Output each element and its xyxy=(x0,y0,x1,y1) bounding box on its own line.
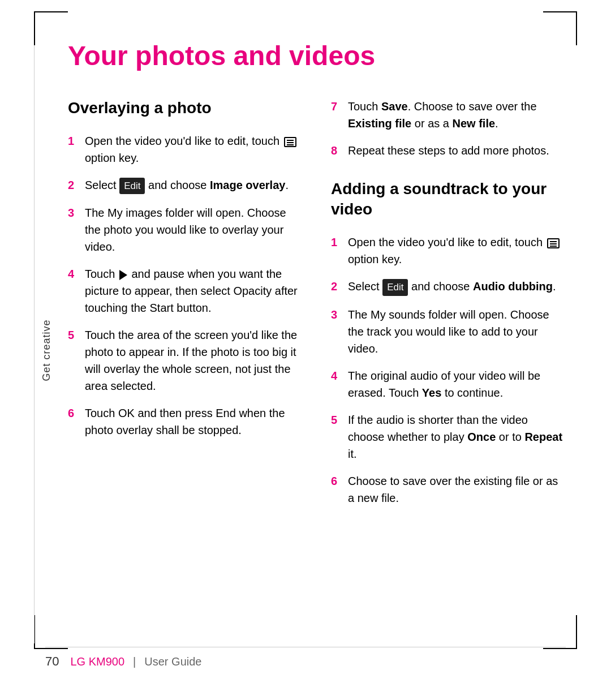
step-number: 5 xyxy=(68,327,79,394)
sidebar-label: Get creative xyxy=(41,319,53,381)
step-number: 1 xyxy=(68,132,79,166)
list-item: 2 Select Edit and choose Image overlay. xyxy=(68,177,303,195)
step-content: If the audio is shorter than the video c… xyxy=(348,411,566,462)
play-icon xyxy=(119,270,127,280)
step-content: Touch the area of the screen you'd like … xyxy=(85,327,303,394)
step-number: 3 xyxy=(68,204,79,255)
step-number: 2 xyxy=(331,278,342,296)
overlay-steps-list: 1 Open the video you'd like to edit, tou… xyxy=(68,132,303,439)
bold-label: Save xyxy=(381,100,408,113)
bold-label: Repeat xyxy=(524,431,562,443)
step-content: The original audio of your video will be… xyxy=(348,367,566,401)
step-number: 6 xyxy=(68,405,79,439)
bold-label: Audio dubbing xyxy=(473,280,553,293)
border-corner xyxy=(543,11,577,12)
menu-icon xyxy=(284,137,296,147)
step-content: Repeat these steps to add more photos. xyxy=(348,142,566,159)
list-item: 4 The original audio of your video will … xyxy=(331,367,566,401)
step-number: 7 xyxy=(331,98,342,132)
step-number: 1 xyxy=(331,234,342,268)
footer-separator: | xyxy=(133,655,136,668)
step-number: 4 xyxy=(331,367,342,401)
two-columns-layout: Overlaying a photo 1 Open the video you'… xyxy=(68,98,566,517)
menu-icon xyxy=(547,238,560,248)
step-content: Select Edit and choose Audio dubbing. xyxy=(348,278,566,296)
list-item: 6 Touch OK and then press End when the p… xyxy=(68,405,303,439)
main-content: Your photos and videos Overlaying a phot… xyxy=(68,34,566,517)
border-corner xyxy=(576,11,577,45)
overlay-continued-list: 7 Touch Save. Choose to save over the Ex… xyxy=(331,98,566,159)
column-right: 7 Touch Save. Choose to save over the Ex… xyxy=(331,98,566,517)
list-item: 8 Repeat these steps to add more photos. xyxy=(331,142,566,159)
list-item: 4 Touch and pause when you want the pict… xyxy=(68,265,303,316)
list-item: 3 The My images folder will open. Choose… xyxy=(68,204,303,255)
bold-label: New file xyxy=(453,117,496,130)
list-item: 5 If the audio is shorter than the video… xyxy=(331,411,566,462)
bold-label: Image overlay xyxy=(210,179,285,191)
bold-label: Once xyxy=(467,431,496,443)
step-content: Choose to save over the existing file or… xyxy=(348,473,566,506)
left-margin-line xyxy=(34,45,35,643)
list-item: 6 Choose to save over the existing file … xyxy=(331,473,566,506)
border-corner xyxy=(34,11,35,45)
list-item: 2 Select Edit and choose Audio dubbing. xyxy=(331,278,566,296)
section-heading-soundtrack: Adding a soundtrack to your video xyxy=(331,179,566,220)
step-content: The My sounds folder will open. Choose t… xyxy=(348,306,566,357)
list-item: 1 Open the video you'd like to edit, tou… xyxy=(68,132,303,166)
bold-label: Existing file xyxy=(348,117,411,130)
list-item: 3 The My sounds folder will open. Choose… xyxy=(331,306,566,357)
page-number: 70 xyxy=(45,654,59,669)
list-item: 7 Touch Save. Choose to save over the Ex… xyxy=(331,98,566,132)
step-number: 2 xyxy=(68,177,79,195)
step-content: The My images folder will open. Choose t… xyxy=(85,204,303,255)
step-number: 6 xyxy=(331,473,342,506)
column-left: Overlaying a photo 1 Open the video you'… xyxy=(68,98,303,517)
step-content: Select Edit and choose Image overlay. xyxy=(85,177,303,195)
footer-content: 70 LG KM900 | User Guide xyxy=(45,654,566,669)
step-number: 5 xyxy=(331,411,342,462)
step-number: 4 xyxy=(68,265,79,316)
list-item: 5 Touch the area of the screen you'd lik… xyxy=(68,327,303,394)
step-number: 8 xyxy=(331,142,342,159)
soundtrack-section: Adding a soundtrack to your video 1 Open… xyxy=(331,179,566,506)
edit-button-label: Edit xyxy=(119,178,145,195)
step-content: Touch OK and then press End when the pho… xyxy=(85,405,303,439)
border-corner xyxy=(34,11,68,12)
list-item: 1 Open the video you'd like to edit, tou… xyxy=(331,234,566,268)
edit-button-label: Edit xyxy=(382,279,408,296)
page: Get creative Your photos and videos Over… xyxy=(0,0,611,700)
step-content: Open the video you'd like to edit, touch… xyxy=(85,132,303,166)
footer-line xyxy=(45,647,566,647)
bold-label: Yes xyxy=(422,386,441,399)
section-heading-overlay: Overlaying a photo xyxy=(68,98,303,118)
footer-guide: User Guide xyxy=(144,655,201,668)
page-title: Your photos and videos xyxy=(68,40,566,72)
step-content: Touch Save. Choose to save over the Exis… xyxy=(348,98,566,132)
soundtrack-steps-list: 1 Open the video you'd like to edit, tou… xyxy=(331,234,566,506)
footer-brand: LG KM900 xyxy=(70,655,124,668)
step-content: Touch and pause when you want the pictur… xyxy=(85,265,303,316)
border-corner xyxy=(576,615,577,649)
step-content: Open the video you'd like to edit, touch… xyxy=(348,234,566,268)
step-number: 3 xyxy=(331,306,342,357)
footer: 70 LG KM900 | User Guide xyxy=(45,647,566,669)
